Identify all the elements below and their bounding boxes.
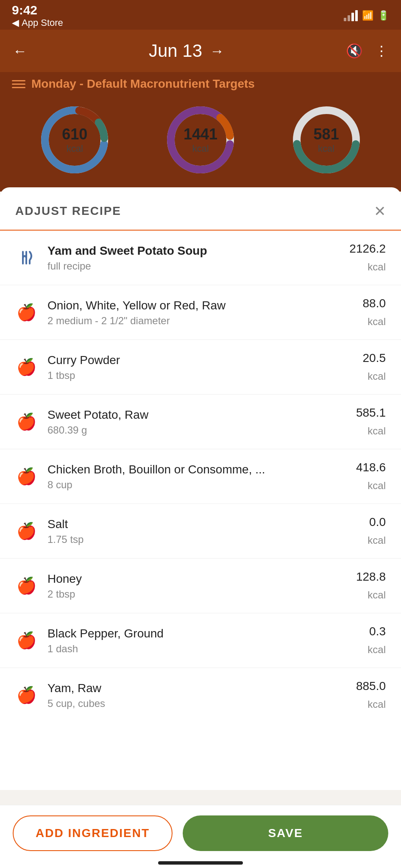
home-indicator	[158, 861, 243, 865]
ingredient-apple-icon-2: 🍎	[15, 411, 37, 433]
ingredient-kcal-4: 0.0kcal	[368, 513, 386, 549]
battery-icon: 🔋	[378, 10, 389, 21]
status-time: 9:42	[12, 3, 63, 17]
ingredient-name-0: Onion, White, Yellow or Red, Raw	[47, 298, 363, 313]
back-arrow-icon: ◀	[12, 17, 19, 28]
ingredient-name-6: Black Pepper, Ground	[47, 626, 368, 641]
signal-bars-icon	[344, 10, 358, 21]
nav-right: 🔇 ⋮	[346, 43, 388, 59]
wifi-icon: 📶	[362, 10, 373, 21]
macro-title-row: Monday - Default Macronutrient Targets	[12, 77, 389, 91]
donut-2-value: 1441	[184, 125, 217, 143]
close-button[interactable]: ✕	[374, 203, 386, 220]
adjust-panel: ADJUST RECIPE ✕ Yam and Sweet Potato Sou…	[0, 187, 401, 790]
donut-1-value: 610	[62, 125, 87, 143]
recipe-info: Yam and Sweet Potato Soup full recipe	[47, 243, 349, 272]
ingredient-kcal-0: 88.0kcal	[363, 295, 386, 330]
ingredient-apple-icon-5: 🍎	[15, 575, 37, 597]
ingredient-serving-2: 680.39 g	[47, 424, 356, 436]
adjust-title: ADJUST RECIPE	[15, 204, 121, 218]
recipe-kcal: 2126.2 kcal	[349, 240, 386, 275]
ingredient-row-0[interactable]: 🍎 Onion, White, Yellow or Red, Raw 2 med…	[0, 285, 401, 340]
ingredient-row-3[interactable]: 🍎 Chicken Broth, Bouillon or Consomme, .…	[0, 449, 401, 504]
ingredient-name-5: Honey	[47, 571, 356, 587]
donut-1-center: 610 kcal	[62, 125, 87, 154]
recipe-kcal-unit: kcal	[368, 261, 386, 273]
ingredient-name-2: Sweet Potato, Raw	[47, 407, 356, 423]
donut-1-unit: kcal	[62, 143, 87, 154]
ingredient-row-1[interactable]: 🍎 Curry Powder 1 tbsp 20.5kcal	[0, 340, 401, 395]
ingredient-apple-icon-6: 🍎	[15, 629, 37, 651]
donut-2-unit: kcal	[184, 143, 217, 154]
save-button[interactable]: SAVE	[183, 815, 388, 851]
donut-row: 610 kcal 1441 kcal 581 kcal	[12, 97, 389, 188]
adjust-header: ADJUST RECIPE ✕	[0, 187, 401, 231]
ingredient-serving-1: 1 tbsp	[47, 370, 363, 381]
ingredient-row-7[interactable]: 🍎 Yam, Raw 5 cup, cubes 885.0kcal	[0, 668, 401, 722]
ingredient-info-2: Sweet Potato, Raw 680.39 g	[47, 407, 356, 436]
prev-date-button[interactable]: ←	[13, 43, 27, 59]
recipe-row[interactable]: Yam and Sweet Potato Soup full recipe 21…	[0, 231, 401, 285]
ingredient-info-7: Yam, Raw 5 cup, cubes	[47, 681, 356, 709]
speaker-icon[interactable]: 🔇	[346, 43, 363, 59]
ingredient-row-5[interactable]: 🍎 Honey 2 tbsp 128.8kcal	[0, 559, 401, 613]
nav-center: Jun 13 →	[149, 41, 224, 61]
ingredient-row-4[interactable]: 🍎 Salt 1.75 tsp 0.0kcal	[0, 504, 401, 559]
ingredient-kcal-3: 418.6kcal	[356, 459, 386, 494]
more-menu-icon[interactable]: ⋮	[375, 43, 388, 59]
ingredient-info-0: Onion, White, Yellow or Red, Raw 2 mediu…	[47, 298, 363, 327]
next-date-button[interactable]: →	[210, 43, 224, 59]
nav-date-title: Jun 13	[149, 41, 202, 61]
donut-2-center: 1441 kcal	[184, 125, 217, 154]
donut-chart-3: 581 kcal	[288, 102, 365, 178]
recipe-icon	[15, 247, 37, 269]
donut-chart-2: 1441 kcal	[162, 102, 239, 178]
ingredient-name-7: Yam, Raw	[47, 681, 356, 696]
ingredient-name-3: Chicken Broth, Bouillon or Consomme, ...	[47, 462, 356, 477]
status-icons: 📶 🔋	[344, 10, 389, 21]
status-bar: 9:42 ◀ App Store 📶 🔋	[0, 0, 401, 30]
recipe-serving: full recipe	[47, 260, 349, 272]
macro-title: Monday - Default Macronutrient Targets	[31, 77, 255, 91]
donut-3-unit: kcal	[314, 143, 339, 154]
ingredient-info-5: Honey 2 tbsp	[47, 571, 356, 600]
ingredient-serving-3: 8 cup	[47, 479, 356, 491]
ingredient-name-1: Curry Powder	[47, 353, 363, 368]
ingredient-row-6[interactable]: 🍎 Black Pepper, Ground 1 dash 0.3kcal	[0, 613, 401, 668]
app-store-label[interactable]: App Store	[22, 17, 63, 28]
recipe-kcal-value: 2126.2	[349, 242, 386, 255]
ingredients-list: 🍎 Onion, White, Yellow or Red, Raw 2 med…	[0, 285, 401, 722]
ingredient-apple-icon-1: 🍎	[15, 356, 37, 378]
ingredient-row-2[interactable]: 🍎 Sweet Potato, Raw 680.39 g 585.1kcal	[0, 395, 401, 449]
add-ingredient-button[interactable]: ADD INGREDIENT	[13, 815, 173, 851]
ingredient-info-6: Black Pepper, Ground 1 dash	[47, 626, 368, 655]
donut-chart-1: 610 kcal	[36, 102, 113, 178]
status-store: ◀ App Store	[12, 17, 63, 28]
ingredient-apple-icon-7: 🍎	[15, 684, 37, 706]
ingredient-info-1: Curry Powder 1 tbsp	[47, 353, 363, 381]
ingredient-name-4: Salt	[47, 517, 368, 532]
ingredient-kcal-6: 0.3kcal	[368, 623, 386, 658]
ingredient-kcal-2: 585.1kcal	[356, 404, 386, 440]
donut-3-center: 581 kcal	[314, 125, 339, 154]
ingredient-apple-icon-3: 🍎	[15, 465, 37, 487]
macro-header: Monday - Default Macronutrient Targets 6…	[0, 72, 401, 192]
ingredient-serving-7: 5 cup, cubes	[47, 698, 356, 709]
ingredient-serving-0: 2 medium - 2 1/2" diameter	[47, 315, 363, 327]
ingredient-info-4: Salt 1.75 tsp	[47, 517, 368, 545]
donut-3-value: 581	[314, 125, 339, 143]
ingredient-kcal-5: 128.8kcal	[356, 568, 386, 604]
nav-bar: ← Jun 13 → 🔇 ⋮	[0, 30, 401, 72]
ingredient-apple-icon-4: 🍎	[15, 520, 37, 542]
ingredient-apple-icon-0: 🍎	[15, 301, 37, 323]
ingredient-serving-4: 1.75 tsp	[47, 534, 368, 545]
hamburger-menu-icon[interactable]	[12, 80, 25, 88]
ingredient-kcal-7: 885.0kcal	[356, 677, 386, 713]
ingredient-kcal-1: 20.5kcal	[363, 349, 386, 385]
ingredient-serving-6: 1 dash	[47, 643, 368, 655]
ingredient-info-3: Chicken Broth, Bouillon or Consomme, ...…	[47, 462, 356, 491]
bottom-buttons: ADD INGREDIENT SAVE	[0, 805, 401, 868]
recipe-name: Yam and Sweet Potato Soup	[47, 243, 349, 259]
ingredient-serving-5: 2 tbsp	[47, 588, 356, 600]
